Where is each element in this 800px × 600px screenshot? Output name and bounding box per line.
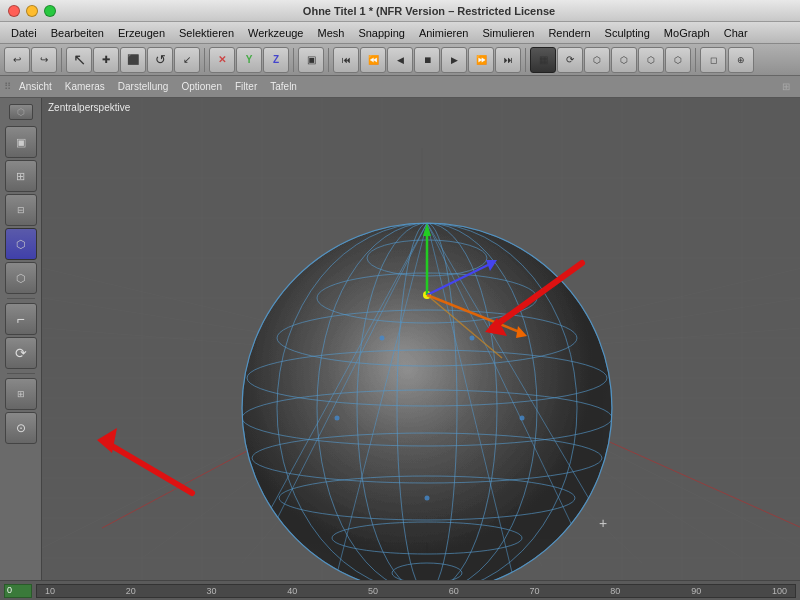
separator-1 (61, 48, 62, 72)
play-fwd[interactable]: ▶ (441, 47, 467, 73)
scale-tool[interactable]: ⬛ (120, 47, 146, 73)
maximize-button[interactable] (44, 5, 56, 17)
timeline: 0 10 20 30 40 50 60 70 80 90 100 (0, 580, 800, 600)
grid-btn-left[interactable]: ⊟ (5, 194, 37, 226)
tb2-expand[interactable]: ⊞ (776, 80, 796, 93)
viewport-3d[interactable]: + Y X Zentralperspektive (42, 98, 800, 580)
play-back[interactable]: ◀ (387, 47, 413, 73)
corner-btn[interactable]: ⌐ (5, 303, 37, 335)
camera-btn[interactable]: ⊕ (728, 47, 754, 73)
window-title: Ohne Titel 1 * (NFR Version – Restricted… (66, 5, 792, 17)
uv-btn[interactable]: ⊞ (5, 378, 37, 410)
menu-simulieren[interactable]: Simulieren (475, 25, 541, 41)
render-btn[interactable]: ⟳ (557, 47, 583, 73)
menu-animieren[interactable]: Animieren (412, 25, 476, 41)
menu-datei[interactable]: Datei (4, 25, 44, 41)
polygon-draw-btn[interactable]: ▣ (5, 126, 37, 158)
svg-point-75 (470, 336, 475, 341)
menu-rendern[interactable]: Rendern (541, 25, 597, 41)
menu-selektieren[interactable]: Selektieren (172, 25, 241, 41)
nav-cube-icon[interactable]: ⬡ (9, 104, 33, 120)
timeline-start-marker[interactable]: 0 (4, 584, 32, 598)
viewport-label: Zentralperspektive (48, 102, 130, 113)
axis-y-btn[interactable]: Y (236, 47, 262, 73)
timeline-numbers: 10 20 30 40 50 60 70 80 90 100 (37, 586, 795, 596)
timeline-track[interactable]: 10 20 30 40 50 60 70 80 90 100 (36, 584, 796, 598)
menu-werkzeuge[interactable]: Werkzeuge (241, 25, 310, 41)
undo-redo-group: ↩ ↪ (4, 47, 57, 73)
axis-group: ✕ Y Z (209, 47, 289, 73)
key-next[interactable]: ⏩ (468, 47, 494, 73)
left-toolbar: ⬡ ▣ ⊞ ⊟ ⬡ ⬡ ⌐ ⟳ ⊞ ⊙ (0, 98, 42, 580)
object-btn[interactable]: ▣ (298, 47, 324, 73)
top-icon: ⬡ (5, 102, 37, 122)
playback-group: ⏮ ⏪ ◀ ⏹ ▶ ⏩ ⏭ (333, 47, 521, 73)
menu-mograph[interactable]: MoGraph (657, 25, 717, 41)
window-controls (8, 5, 56, 17)
time-70: 70 (530, 586, 540, 596)
main-toolbar: ↩ ↪ ↖ ✚ ⬛ ↺ ↙ ✕ Y Z ▣ ⏮ ⏪ ◀ ⏹ ▶ ⏩ ⏭ ▦ ⟳ … (0, 44, 800, 76)
separator-2 (204, 48, 205, 72)
left-sep-2 (7, 373, 35, 374)
key-first[interactable]: ⏮ (333, 47, 359, 73)
magnet-btn[interactable]: ⟳ (5, 337, 37, 369)
key-last[interactable]: ⏭ (495, 47, 521, 73)
timeline-start-value: 0 (5, 585, 12, 595)
menu-char[interactable]: Char (717, 25, 755, 41)
rotate-tool[interactable]: ↺ (147, 47, 173, 73)
redo-button[interactable]: ↪ (31, 47, 57, 73)
menu-mesh[interactable]: Mesh (310, 25, 351, 41)
script-manager[interactable]: ⬡ (665, 47, 691, 73)
axis-x-btn[interactable]: ✕ (209, 47, 235, 73)
axis-z-btn[interactable]: Z (263, 47, 289, 73)
viewport-toolbar: ⠿ Ansicht Kameras Darstellung Optionen F… (0, 76, 800, 98)
render-view[interactable]: ▦ (530, 47, 556, 73)
key-prev[interactable]: ⏪ (360, 47, 386, 73)
drag-handle[interactable]: ⠿ (4, 79, 12, 95)
titlebar: Ohne Titel 1 * (NFR Version – Restricted… (0, 0, 800, 22)
transform-tool[interactable]: ↙ (174, 47, 200, 73)
undo-button[interactable]: ↩ (4, 47, 30, 73)
menu-bearbeiten[interactable]: Bearbeiten (44, 25, 111, 41)
viewport-grid: + Y X (42, 98, 800, 580)
tb2-tafeln[interactable]: Tafeln (264, 80, 303, 93)
time-80: 80 (610, 586, 620, 596)
svg-point-72 (520, 416, 525, 421)
tb2-filter[interactable]: Filter (229, 80, 263, 93)
time-50: 50 (368, 586, 378, 596)
select-group: ↖ ✚ ⬛ ↺ ↙ (66, 47, 200, 73)
menu-sculpting[interactable]: Sculpting (598, 25, 657, 41)
stop-btn[interactable]: ⏹ (414, 47, 440, 73)
svg-point-74 (380, 336, 385, 341)
sculpt-btn[interactable]: ⬡ (5, 228, 37, 260)
object-group: ▣ (298, 47, 324, 73)
menu-snapping[interactable]: Snapping (351, 25, 412, 41)
tb2-kameras[interactable]: Kameras (59, 80, 111, 93)
close-button[interactable] (8, 5, 20, 17)
move-tool[interactable]: ✚ (93, 47, 119, 73)
main-area: ⬡ ▣ ⊞ ⊟ ⬡ ⬡ ⌐ ⟳ ⊞ ⊙ (0, 98, 800, 580)
separator-4 (328, 48, 329, 72)
tb2-darstellung[interactable]: Darstellung (112, 80, 175, 93)
grid-btn[interactable]: ◻ (700, 47, 726, 73)
separator-6 (695, 48, 696, 72)
box-btn[interactable]: ⬡ (5, 262, 37, 294)
checkerboard-btn[interactable]: ⊞ (5, 160, 37, 192)
menu-erzeugen[interactable]: Erzeugen (111, 25, 172, 41)
tb2-optionen[interactable]: Optionen (175, 80, 228, 93)
tb2-ansicht[interactable]: Ansicht (13, 80, 58, 93)
time-100: 100 (772, 586, 787, 596)
select-tool[interactable]: ↖ (66, 47, 92, 73)
svg-point-71 (335, 416, 340, 421)
time-10: 10 (45, 586, 55, 596)
separator-5 (525, 48, 526, 72)
separator-3 (293, 48, 294, 72)
svg-text:+: + (599, 515, 607, 531)
material-manager[interactable]: ⬡ (611, 47, 637, 73)
svg-point-73 (425, 496, 430, 501)
lock-btn[interactable]: ⊙ (5, 412, 37, 444)
layer-manager[interactable]: ⬡ (638, 47, 664, 73)
minimize-button[interactable] (26, 5, 38, 17)
object-manager[interactable]: ⬡ (584, 47, 610, 73)
time-90: 90 (691, 586, 701, 596)
